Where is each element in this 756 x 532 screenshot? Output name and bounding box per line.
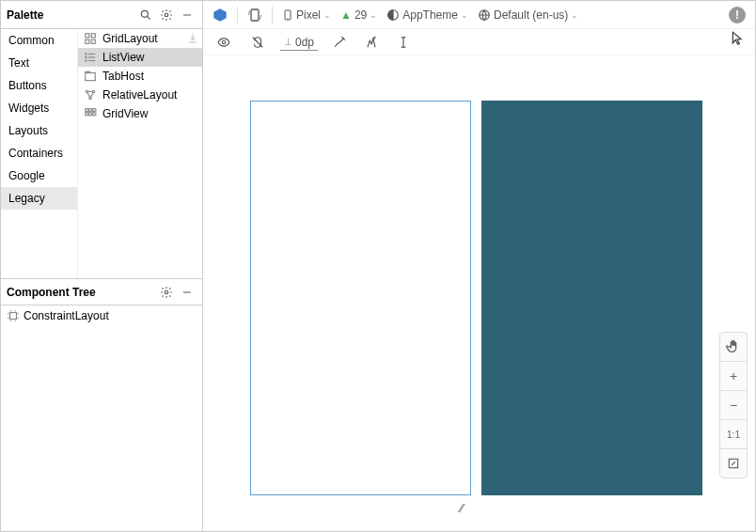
device-label: Pixel	[296, 8, 321, 22]
top-toolbar: Pixel⌄ ▲ 29⌄ AppTheme⌄ Default (en-us)⌄	[203, 1, 755, 29]
palette-item-label: GridView	[102, 107, 148, 120]
palette-category-layouts[interactable]: Layouts	[1, 119, 77, 142]
svg-point-12	[86, 56, 87, 57]
gear-icon[interactable]	[157, 283, 176, 302]
default-margin[interactable]: ⊥0dp	[280, 34, 318, 51]
gridview-icon	[84, 107, 97, 120]
margin-label: 0dp	[295, 36, 314, 49]
palette-category-text[interactable]: Text	[1, 52, 77, 74]
grid-icon	[84, 32, 97, 45]
palette-category-common[interactable]: Common	[1, 29, 77, 52]
palette-category-containers[interactable]: Containers	[1, 142, 77, 164]
orientation-button[interactable]	[244, 6, 266, 24]
tree-root[interactable]: ConstraintLayout	[1, 305, 202, 326]
design-toolbar: ⊥0dp	[203, 29, 755, 55]
svg-point-16	[92, 90, 94, 92]
zoom-out-button[interactable]: −	[720, 391, 747, 419]
svg-point-24	[165, 290, 168, 294]
palette-item-tabhost[interactable]: TabHost	[78, 67, 202, 86]
cursor-icon	[731, 29, 744, 46]
download-icon[interactable]	[187, 33, 198, 44]
svg-rect-6	[86, 39, 89, 43]
api-selector[interactable]: ▲ 29⌄	[337, 7, 381, 23]
palette-items: GridLayout ListView TabHost RelativeLayo…	[78, 29, 202, 278]
svg-rect-22	[89, 113, 92, 116]
palette-item-label: ListView	[102, 51, 144, 64]
palette-item-listview[interactable]: ListView	[78, 48, 202, 67]
tab-icon	[84, 70, 97, 83]
search-icon[interactable]	[136, 6, 155, 24]
svg-rect-14	[86, 73, 96, 81]
palette-item-gridview[interactable]: GridView	[78, 104, 202, 123]
palette-category-legacy[interactable]: Legacy	[1, 187, 77, 210]
palette-item-relativelayout[interactable]: RelativeLayout	[78, 86, 202, 104]
zoom-in-button[interactable]: +	[720, 362, 747, 390]
minimize-icon[interactable]	[178, 6, 197, 24]
device-selector[interactable]: Pixel⌄	[278, 6, 335, 24]
svg-rect-20	[93, 109, 96, 112]
svg-point-11	[86, 54, 87, 55]
palette-item-label: TabHost	[102, 70, 144, 83]
component-tree-title: Component Tree	[7, 286, 155, 299]
palette-category-widgets[interactable]: Widgets	[1, 97, 77, 119]
blueprint-preview[interactable]	[481, 101, 702, 495]
svg-rect-23	[93, 113, 96, 116]
palette-category-buttons[interactable]: Buttons	[1, 74, 77, 97]
list-icon	[84, 51, 97, 64]
svg-rect-26	[10, 313, 17, 320]
svg-point-13	[86, 60, 87, 61]
palette-title: Palette	[7, 8, 134, 22]
locale-selector[interactable]: Default (en-us)⌄	[474, 7, 582, 23]
zoom-fit-icon[interactable]	[720, 449, 747, 477]
clear-constraints-icon[interactable]	[329, 34, 350, 51]
gear-icon[interactable]	[157, 6, 176, 24]
pan-icon[interactable]	[720, 333, 747, 361]
zoom-controls: + − 1:1	[719, 332, 748, 478]
locale-label: Default (en-us)	[494, 8, 568, 22]
theme-label: AppTheme	[402, 8, 458, 22]
autoconnection-icon[interactable]	[246, 34, 269, 51]
palette-item-gridlayout[interactable]: GridLayout	[78, 29, 202, 48]
svg-point-32	[222, 40, 226, 44]
design-surface-button[interactable]	[209, 6, 231, 24]
minimize-icon[interactable]	[178, 283, 197, 302]
palette-item-label: GridLayout	[102, 32, 158, 45]
svg-rect-5	[91, 34, 95, 38]
svg-point-2	[165, 13, 168, 17]
guidelines-icon[interactable]	[393, 34, 414, 51]
tree-root-label: ConstraintLayout	[24, 309, 109, 322]
zoom-ratio-button[interactable]: 1:1	[720, 420, 747, 448]
design-canvas[interactable]: ⁄⁄⁄	[203, 55, 755, 531]
svg-rect-27	[251, 9, 259, 21]
svg-line-1	[147, 16, 150, 19]
svg-rect-7	[91, 39, 95, 43]
svg-rect-18	[86, 109, 88, 112]
palette-category-google[interactable]: Google	[1, 164, 77, 187]
svg-rect-19	[89, 109, 92, 112]
svg-rect-21	[86, 113, 88, 116]
infer-constraints-icon[interactable]	[361, 34, 382, 51]
svg-point-17	[89, 97, 91, 99]
warnings-icon[interactable]: !	[729, 7, 746, 23]
theme-selector[interactable]: AppTheme⌄	[383, 7, 472, 23]
view-options-icon[interactable]	[213, 34, 235, 51]
palette-categories: Common Text Buttons Widgets Layouts Cont…	[1, 29, 78, 278]
palette-item-label: RelativeLayout	[102, 88, 177, 102]
svg-point-15	[86, 90, 87, 92]
svg-point-0	[141, 10, 148, 17]
api-label: 29	[354, 8, 367, 22]
constraint-icon	[7, 309, 20, 322]
design-preview[interactable]	[250, 101, 471, 495]
svg-rect-4	[86, 34, 89, 38]
relative-icon	[84, 88, 97, 102]
